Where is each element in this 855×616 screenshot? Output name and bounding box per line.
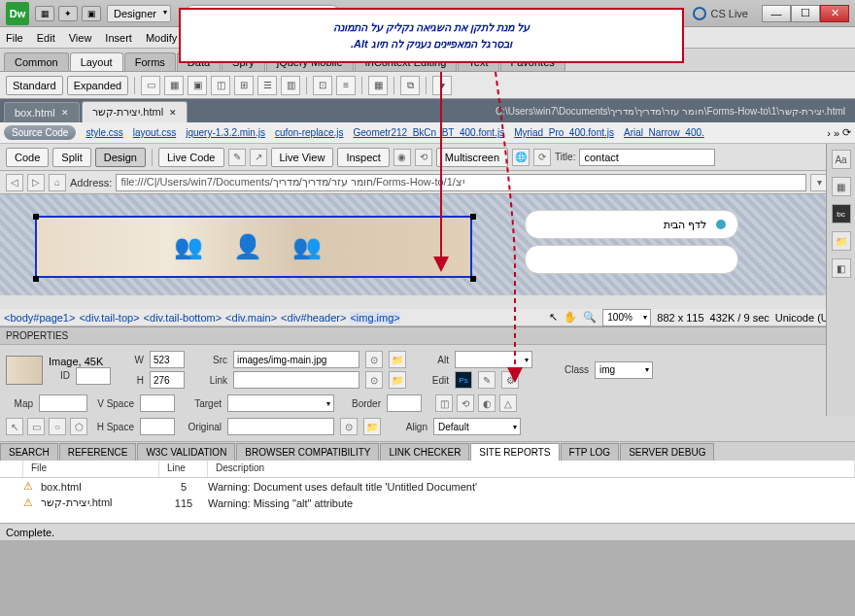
resample-icon[interactable]: ⟲	[457, 394, 474, 412]
maximize-button[interactable]: ☐	[791, 5, 820, 22]
rect-hotspot-icon[interactable]: ▭	[27, 418, 45, 435]
assets-panel-icon[interactable]: ◧	[832, 258, 851, 278]
original-input[interactable]	[227, 418, 334, 435]
src-layout[interactable]: layout.css	[133, 127, 176, 138]
live-code-button[interactable]: Live Code	[158, 148, 224, 167]
layout-icon[interactable]: ▦	[35, 6, 54, 21]
tabbed-icon[interactable]: ⊡	[313, 76, 332, 95]
css-panel-icon[interactable]: Aa	[832, 150, 851, 169]
src-jquery[interactable]: jquery-1.3.2.min.js	[186, 127, 265, 138]
live-view-button[interactable]: Live View	[271, 148, 334, 167]
border-input[interactable]	[387, 394, 422, 412]
files-panel-icon[interactable]: 📁	[832, 231, 851, 251]
selected-image[interactable]: 👥 👤 👥	[35, 216, 472, 278]
zoom-dropdown[interactable]: 100%	[602, 309, 651, 326]
fluid-icon[interactable]: ▦	[164, 76, 184, 95]
home-icon[interactable]: ⌂	[49, 174, 66, 191]
next-icon[interactable]: ›	[827, 127, 831, 139]
settings-icon[interactable]: ⚙	[501, 371, 519, 389]
col-file[interactable]: File	[23, 461, 159, 477]
nav-icon[interactable]: ↗	[250, 149, 267, 166]
extend-icon[interactable]: ✦	[58, 6, 78, 21]
vspace-input[interactable]	[140, 394, 175, 412]
nav-widget-2[interactable]	[525, 245, 738, 274]
src-style[interactable]: style.css	[86, 127, 122, 138]
tag-img[interactable]: <img.img>	[350, 312, 399, 324]
tag-tailtop[interactable]: <div.tail-top>	[79, 312, 139, 324]
point-to-file-icon[interactable]: ⊙	[365, 351, 383, 368]
visual-aids-icon[interactable]: ◉	[393, 149, 411, 166]
cs-live[interactable]: CS Live	[693, 7, 748, 20]
point-to-file-icon[interactable]: ⊙	[340, 418, 358, 435]
class-dropdown[interactable]: img	[595, 361, 653, 379]
pointer-tool-icon[interactable]: ↖	[6, 418, 23, 435]
browse-icon[interactable]: 📁	[389, 351, 406, 368]
workspace-dropdown[interactable]: Designer	[107, 5, 171, 22]
more-icon[interactable]: ▾	[432, 76, 452, 95]
tab-debug[interactable]: SERVER DEBUG	[620, 443, 714, 461]
point-to-file-icon[interactable]: ⊙	[365, 371, 383, 389]
draw-icon[interactable]: ▣	[188, 76, 207, 95]
bc-panel-icon[interactable]: bc	[832, 204, 851, 223]
src-myriad[interactable]: Myriad_Pro_400.font.js	[514, 127, 614, 138]
menu-view[interactable]: View	[69, 32, 92, 44]
insert-tab-common[interactable]: Common	[4, 52, 69, 71]
close-icon[interactable]: ✕	[169, 108, 177, 118]
div-icon[interactable]: ▭	[141, 76, 160, 95]
code-view-button[interactable]: Code	[6, 148, 49, 167]
pointer-icon[interactable]: ↖	[549, 311, 558, 324]
site-icon[interactable]: ▣	[82, 6, 101, 21]
design-canvas[interactable]: 👥 👤 👥 לדף הבית	[0, 194, 855, 309]
standard-button[interactable]: Standard	[6, 76, 63, 95]
col-line[interactable]: Line	[159, 461, 208, 477]
insert-tab-layout[interactable]: Layout	[70, 52, 123, 71]
insert-tab-forms[interactable]: Forms	[124, 52, 176, 71]
menu-modify[interactable]: Modify	[146, 32, 177, 44]
iframe-icon[interactable]: ⧉	[400, 76, 420, 95]
align-dropdown[interactable]: Default	[433, 418, 521, 435]
zoom-icon[interactable]: 🔍	[583, 311, 597, 324]
src-cufon[interactable]: cufon-replace.js	[275, 127, 344, 138]
report-row[interactable]: ⚠יצירת-קשר.html 115 Warning: Missing "al…	[0, 495, 855, 511]
multiscreen-button[interactable]: Multiscreen	[436, 148, 508, 167]
tab-w3c[interactable]: W3C VALIDATION	[137, 443, 235, 461]
tab-search[interactable]: SEARCH	[0, 443, 58, 461]
browse-icon[interactable]: 📁	[389, 371, 406, 389]
accordion-icon[interactable]: ≡	[336, 76, 356, 95]
frame-icon[interactable]: ▦	[368, 76, 388, 95]
design-view-button[interactable]: Design	[95, 148, 146, 167]
browse-icon[interactable]: 📁	[363, 418, 381, 435]
refresh-icon[interactable]: ⟲	[415, 149, 432, 166]
edit-icon[interactable]: ✎	[478, 371, 496, 389]
col-desc[interactable]: Description	[208, 461, 855, 477]
refresh-icon[interactable]: ⟳	[842, 126, 851, 139]
tab-site-reports[interactable]: SITE REPORTS	[470, 443, 559, 461]
back-icon[interactable]: ◁	[6, 174, 23, 191]
ps-icon[interactable]: Ps	[455, 371, 472, 389]
doc-tab-contact[interactable]: יצירת-קשר.html ✕	[82, 101, 188, 122]
split-view-button[interactable]: Split	[52, 148, 90, 167]
inspect-icon[interactable]: ✎	[228, 149, 246, 166]
tab-reference[interactable]: REFERENCE	[59, 443, 137, 461]
map-input[interactable]	[39, 394, 87, 412]
crop-icon[interactable]: ◫	[435, 394, 453, 412]
col-icon[interactable]: ▥	[281, 76, 300, 95]
browser-icon[interactable]: 🌐	[512, 149, 530, 166]
reload-icon[interactable]: ⟳	[533, 149, 551, 166]
minimize-button[interactable]: —	[762, 5, 791, 22]
tag-body[interactable]: <body#page1>	[4, 312, 75, 324]
menu-insert[interactable]: Insert	[105, 32, 132, 44]
address-input[interactable]	[116, 174, 806, 191]
tab-link[interactable]: LINK CHECKER	[380, 443, 469, 461]
more-icon[interactable]: »	[834, 127, 839, 139]
expanded-button[interactable]: Expanded	[67, 76, 129, 95]
close-button[interactable]: ✕	[820, 5, 849, 22]
height-input[interactable]	[150, 371, 185, 389]
tag-header[interactable]: <div#header>	[281, 312, 346, 324]
nav-home-widget[interactable]: לדף הבית	[525, 210, 738, 239]
src-geometr[interactable]: Geometr212_BkCn_BT_400.font.js	[353, 127, 504, 138]
src-arial[interactable]: Arial_Narrow_400.	[624, 127, 704, 138]
ap-panel-icon[interactable]: ▦	[832, 177, 851, 196]
spry-icon[interactable]: ◫	[211, 76, 230, 95]
report-row[interactable]: ⚠box.html 5 Warning: Document uses defau…	[0, 478, 855, 495]
